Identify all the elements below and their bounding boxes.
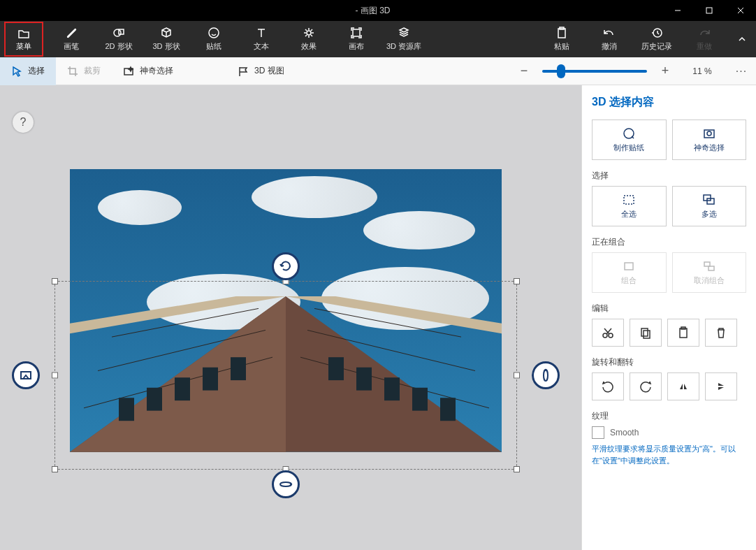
- zoom-slider-thumb[interactable]: [557, 64, 565, 78]
- rotate-ccw-icon: [602, 380, 614, 393]
- stickers-button[interactable]: 贴纸: [190, 21, 238, 57]
- smooth-checkbox[interactable]: [592, 426, 604, 439]
- sticker-tool-icon: [622, 127, 636, 140]
- depth-icon: [19, 368, 33, 382]
- zoom-out-button[interactable]: −: [516, 64, 532, 78]
- canvas-area[interactable]: ?: [0, 85, 581, 550]
- rotate-ccw-button[interactable]: [592, 372, 624, 400]
- crop-icon: [67, 66, 78, 77]
- zoom-value: 11 %: [683, 66, 721, 76]
- orbit-icon: [279, 477, 293, 491]
- rotate-x-handle[interactable]: [532, 361, 560, 389]
- rotate-y-handle[interactable]: [272, 470, 300, 498]
- text-icon: [255, 27, 268, 39]
- svg-rect-38: [624, 196, 634, 204]
- menu-button[interactable]: 菜单: [4, 22, 43, 57]
- group-button: 组合: [592, 252, 667, 293]
- titlebar: - 画图 3D: [0, 0, 756, 21]
- undo-button[interactable]: 撤消: [586, 21, 633, 57]
- shapes-3d-button[interactable]: 3D 形状: [143, 21, 190, 57]
- delete-button[interactable]: [705, 319, 737, 347]
- flip-horizontal-button[interactable]: [667, 372, 699, 400]
- handle-bottom-right[interactable]: [514, 466, 520, 472]
- library-icon: [398, 27, 410, 39]
- brush-icon: [65, 27, 78, 39]
- canvas-icon: [350, 27, 363, 39]
- sub-toolbar: 选择 裁剪 神奇选择 3D 视图 − + 11 % ···: [0, 57, 756, 85]
- menu-label: 菜单: [16, 41, 31, 52]
- more-options-button[interactable]: ···: [731, 65, 752, 78]
- paste-edit-button[interactable]: [667, 319, 699, 347]
- rotate-z-handle[interactable]: [272, 252, 300, 280]
- flip-h-icon: [677, 380, 690, 393]
- paste-button[interactable]: 粘贴: [538, 21, 586, 57]
- chevron-up-icon: [737, 34, 747, 44]
- multi-select-button[interactable]: 多选: [672, 186, 747, 226]
- canvas-button[interactable]: 画布: [333, 21, 380, 57]
- minimize-button[interactable]: [662, 0, 693, 21]
- paste-small-icon: [677, 326, 690, 339]
- group-icon: [622, 260, 636, 273]
- shapes-2d-button[interactable]: 2D 形状: [95, 21, 143, 57]
- window-title: - 画图 3D: [84, 5, 662, 17]
- svg-rect-47: [644, 331, 650, 338]
- flag-icon: [238, 66, 249, 77]
- handle-top-right[interactable]: [514, 278, 520, 284]
- svg-rect-41: [625, 263, 633, 270]
- svg-point-32: [280, 482, 291, 486]
- svg-point-7: [307, 31, 311, 35]
- maximize-button[interactable]: [693, 0, 725, 21]
- crop-tool[interactable]: 裁剪: [56, 57, 112, 85]
- smooth-label: Smooth: [610, 428, 639, 437]
- texture-hint: 平滑纹理要求将显示质量设置为"高"。可以在"设置"中调整此设置。: [592, 443, 746, 466]
- close-button[interactable]: [725, 0, 756, 21]
- handle-left[interactable]: [52, 372, 58, 379]
- ungroup-icon: [702, 260, 716, 273]
- effects-icon: [303, 27, 315, 39]
- handle-top-left[interactable]: [52, 278, 58, 284]
- svg-rect-8: [353, 29, 360, 36]
- redo-button[interactable]: 重做: [681, 21, 728, 57]
- flip-v-icon: [715, 380, 727, 393]
- magic-select-tool[interactable]: 神奇选择: [112, 57, 184, 85]
- copy-icon: [639, 326, 652, 339]
- svg-rect-9: [558, 29, 565, 38]
- flip-vertical-button[interactable]: [705, 372, 737, 400]
- selection-box[interactable]: [54, 281, 517, 470]
- history-button[interactable]: 历史记录: [633, 21, 681, 57]
- edit-section-label: 编辑: [592, 303, 746, 314]
- zoom-slider[interactable]: [542, 70, 647, 73]
- cut-button[interactable]: [592, 319, 624, 347]
- texture-section-label: 纹理: [592, 410, 746, 422]
- zoom-in-button[interactable]: +: [657, 64, 674, 78]
- cursor-icon: [11, 66, 22, 77]
- copy-button[interactable]: [630, 319, 662, 347]
- magic-select-button[interactable]: 神奇选择: [672, 120, 747, 160]
- select-all-button[interactable]: 全选: [592, 186, 667, 226]
- svg-rect-48: [680, 328, 687, 338]
- select-tool[interactable]: 选择: [0, 57, 56, 85]
- view-3d-tool[interactable]: 3D 视图: [226, 57, 296, 85]
- handle-right[interactable]: [514, 372, 520, 379]
- select-all-icon: [622, 194, 636, 206]
- effects-button[interactable]: 效果: [285, 21, 333, 57]
- help-button[interactable]: ?: [13, 112, 34, 133]
- svg-point-6: [209, 28, 219, 38]
- svg-rect-46: [641, 328, 648, 336]
- rotate-cw-button[interactable]: [630, 372, 662, 400]
- library-3d-button[interactable]: 3D 资源库: [380, 21, 428, 57]
- svg-point-37: [707, 131, 711, 136]
- collapse-toolbar-button[interactable]: [728, 21, 756, 57]
- grouping-section-label: 正在组合: [592, 236, 746, 248]
- shape3d-icon: [160, 27, 173, 39]
- text-button[interactable]: 文本: [238, 21, 285, 57]
- folder-icon: [17, 27, 30, 40]
- history-icon: [650, 27, 663, 39]
- handle-bottom-left[interactable]: [52, 466, 58, 472]
- trash-icon: [715, 326, 727, 339]
- brush-button[interactable]: 画笔: [48, 21, 95, 57]
- svg-rect-43: [708, 266, 714, 270]
- make-sticker-button[interactable]: 制作贴纸: [592, 120, 667, 160]
- depth-handle[interactable]: [12, 361, 40, 389]
- main-toolbar: 菜单 画笔 2D 形状 3D 形状 贴纸 文本 效果 画布 3D 资源库 粘贴 …: [0, 21, 756, 57]
